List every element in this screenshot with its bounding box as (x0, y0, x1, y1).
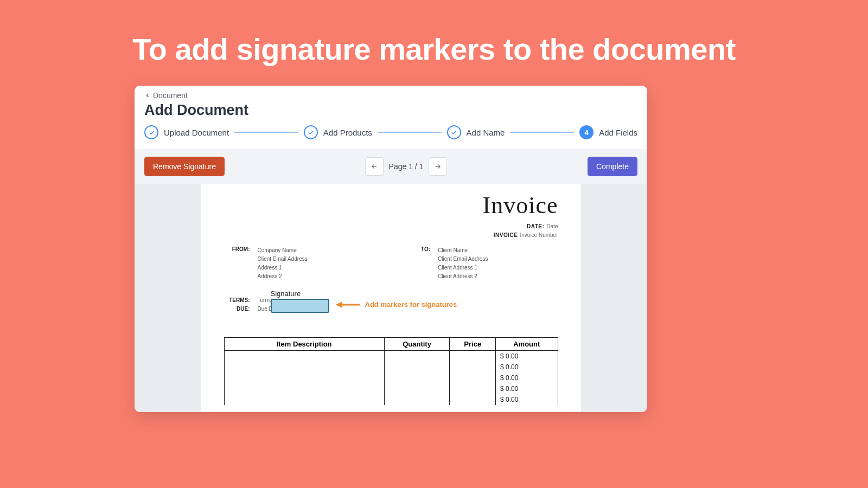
step-label: Add Fields (599, 128, 637, 137)
table-row: $ 0.00 (224, 351, 558, 362)
step-connector (378, 132, 442, 133)
chevron-left-icon (144, 92, 151, 99)
from-lines: Company Name Client Email Address Addres… (258, 246, 308, 281)
to-label: TO: (404, 246, 430, 281)
stepper: Upload Document Add Products Add Name 4 … (135, 124, 647, 149)
page-title: Add Document (144, 102, 637, 119)
signature-box[interactable] (271, 299, 329, 313)
to-line: Client Name (438, 246, 488, 255)
amount-cell: $ 0.00 (495, 383, 558, 394)
document-page[interactable]: Invoice DATE:Date INVOICEInvoice Number … (201, 184, 581, 412)
col-amount: Amount (495, 338, 558, 351)
step-add-fields[interactable]: 4 Add Fields (579, 125, 637, 139)
from-line: Address 2 (258, 272, 308, 281)
annotation-text: Add markers for signatures (365, 300, 457, 309)
step-add-name[interactable]: Add Name (447, 125, 505, 139)
to-line: Client Address 2 (438, 272, 488, 281)
date-label: DATE: (527, 223, 544, 229)
pager: Page 1 / 1 (365, 157, 448, 176)
step-connector (234, 132, 298, 133)
page-indicator: Page 1 / 1 (389, 162, 424, 171)
invoice-meta: DATE:Date INVOICEInvoice Number (224, 222, 558, 240)
amount-cell: $ 0.00 (495, 362, 558, 373)
prev-page-button[interactable] (365, 157, 384, 176)
step-label: Add Name (467, 128, 505, 137)
table-header-row: Item Description Quantity Price Amount (224, 338, 558, 351)
arrow-left-annotation-icon (336, 301, 360, 309)
from-block: FROM: Company Name Client Email Address … (224, 246, 405, 281)
signature-label: Signature (271, 290, 329, 298)
app-window: Document Add Document Upload Document Ad… (135, 86, 647, 412)
to-block: TO: Client Name Client Email Address Cli… (404, 246, 558, 281)
step-number-icon: 4 (579, 125, 593, 139)
invoice-heading: Invoice (224, 191, 558, 219)
table-row: $ 0.00 (224, 362, 558, 373)
amount-cell: $ 0.00 (495, 394, 558, 405)
remove-signature-button[interactable]: Remove Signature (144, 157, 225, 176)
amount-cell: $ 0.00 (495, 373, 558, 383)
from-line: Company Name (258, 246, 308, 255)
app-header: Document Add Document (135, 86, 647, 124)
table-row: $ 0.00 (224, 373, 558, 383)
step-connector (510, 132, 574, 133)
step-label: Add Products (323, 128, 372, 137)
annotation-callout: Add markers for signatures (336, 300, 457, 309)
table-row: $ 0.00 (224, 394, 558, 405)
step-label: Upload Document (164, 128, 229, 137)
next-page-button[interactable] (429, 157, 447, 176)
complete-button[interactable]: Complete (588, 157, 637, 176)
invoice-number-value: Invoice Number (520, 232, 558, 238)
to-line: Client Email Address (438, 255, 488, 264)
invoice-number-label: INVOICE (494, 232, 518, 238)
signature-marker[interactable]: Signature (271, 290, 329, 313)
document-viewport[interactable]: Invoice DATE:Date INVOICEInvoice Number … (135, 184, 647, 412)
svg-marker-1 (336, 301, 342, 308)
breadcrumb-label: Document (153, 91, 188, 100)
arrow-left-icon (371, 163, 378, 170)
check-circle-icon (447, 125, 461, 139)
toolbar: Remove Signature Page 1 / 1 Complete (135, 149, 647, 184)
col-price: Price (450, 338, 496, 351)
due-label: DUE: (224, 305, 250, 313)
slide-title: To add signature markers to the document (0, 31, 868, 67)
step-add-products[interactable]: Add Products (304, 125, 372, 139)
table-row: $ 0.00 (224, 383, 558, 394)
col-item-description: Item Description (224, 338, 384, 351)
invoice-parties: FROM: Company Name Client Email Address … (224, 246, 558, 281)
step-upload-document[interactable]: Upload Document (144, 125, 229, 139)
invoice-table: Item Description Quantity Price Amount $… (224, 337, 558, 405)
check-circle-icon (144, 125, 158, 139)
from-line: Address 1 (258, 264, 308, 272)
amount-cell: $ 0.00 (495, 351, 558, 362)
from-label: FROM: (224, 246, 250, 281)
date-value: Date (546, 223, 558, 229)
from-line: Client Email Address (258, 255, 308, 264)
to-line: Client Address 1 (438, 264, 488, 272)
col-quantity: Quantity (384, 338, 450, 351)
terms-block: TERMS: DUE: Terms Due Date Signature (224, 296, 558, 313)
terms-label: TERMS: (224, 296, 250, 305)
check-circle-icon (304, 125, 318, 139)
arrow-right-icon (434, 163, 442, 170)
breadcrumb-back[interactable]: Document (144, 91, 188, 100)
to-lines: Client Name Client Email Address Client … (438, 246, 488, 281)
